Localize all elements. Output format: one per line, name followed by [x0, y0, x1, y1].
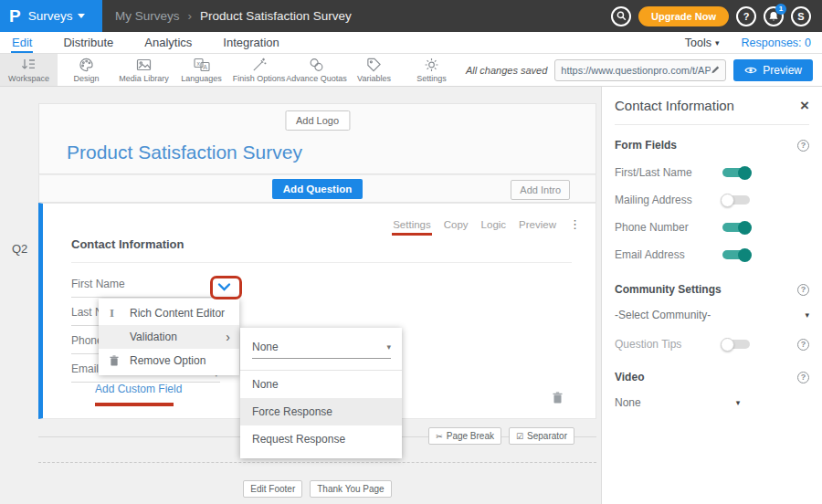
- help-icon[interactable]: ?: [797, 372, 809, 383]
- question-settings-link[interactable]: Settings: [393, 219, 431, 230]
- footer-dashed-divider: [38, 462, 596, 463]
- add-question-button[interactable]: Add Question: [272, 179, 363, 199]
- search-button[interactable]: [611, 6, 631, 26]
- question-logic-link[interactable]: Logic: [481, 219, 507, 230]
- toolbar-design[interactable]: Design: [58, 54, 115, 86]
- validation-option-force-response[interactable]: Force Response: [240, 398, 402, 425]
- survey-url-input[interactable]: [561, 65, 711, 76]
- avatar-initial: S: [797, 11, 804, 22]
- annotation-add-custom-field-underline: [95, 403, 174, 406]
- breadcrumb-my-surveys[interactable]: My Surveys: [115, 9, 180, 23]
- question-actions: Settings Copy Logic Preview ⋮: [393, 217, 581, 231]
- separator-button[interactable]: ☑ Separator: [509, 427, 574, 445]
- toggle-email-address[interactable]: [722, 250, 750, 259]
- thank-you-page-button[interactable]: Thank You Page: [310, 480, 391, 498]
- text-tool-icon: I: [110, 306, 130, 320]
- tab-distribute[interactable]: Distribute: [62, 33, 114, 53]
- caret-down-icon: ▾: [715, 38, 720, 47]
- community-settings-heading: Community Settings: [615, 283, 722, 296]
- toggle-first-last-name[interactable]: [722, 168, 750, 177]
- toolbar-languages[interactable]: xA Languages: [173, 54, 230, 86]
- survey-tab-bar: Edit Distribute Analytics Integration To…: [0, 32, 822, 54]
- survey-header-section: Add Logo Product Satisfaction Survey: [38, 103, 596, 174]
- help-icon[interactable]: ?: [797, 284, 809, 296]
- validation-option-none[interactable]: None: [240, 371, 402, 398]
- editor-toolbar: Workspace Design Media Library xA Langua…: [0, 54, 822, 87]
- breadcrumb-current-survey: Product Satisfaction Survey: [200, 9, 352, 23]
- community-select[interactable]: -Select Community- ▾: [615, 309, 809, 321]
- help-icon[interactable]: ?: [797, 140, 809, 152]
- question-title-divider: [71, 262, 572, 263]
- toggle-row-mailing-address: Mailing Address: [615, 194, 809, 206]
- avatar[interactable]: S: [791, 6, 811, 26]
- tab-edit[interactable]: Edit: [11, 33, 33, 53]
- question-block: Settings Copy Logic Preview ⋮ Contact In…: [38, 203, 596, 419]
- page-break-button[interactable]: ✂ Page Break: [428, 427, 501, 445]
- toolbar-settings[interactable]: Settings: [403, 54, 460, 86]
- wand-icon: [250, 57, 268, 73]
- notifications-button[interactable]: 1: [764, 6, 784, 26]
- survey-title[interactable]: Product Satisfaction Survey: [67, 142, 302, 163]
- toggle-mailing-address[interactable]: [722, 195, 750, 205]
- toolbar-advance-quotas[interactable]: Advance Quotas: [288, 54, 345, 86]
- form-fields-heading: Form Fields: [615, 139, 677, 152]
- trash-icon: [110, 355, 130, 366]
- question-preview-link[interactable]: Preview: [519, 219, 556, 230]
- help-button[interactable]: ?: [736, 6, 756, 26]
- add-intro-button[interactable]: Add Intro: [511, 180, 570, 200]
- preview-button[interactable]: Preview: [733, 59, 813, 81]
- search-icon: [616, 11, 627, 21]
- toolbar-media-library[interactable]: Media Library: [115, 54, 173, 86]
- toolbar-variables[interactable]: Variables: [345, 54, 403, 86]
- questionpro-logo: P: [9, 7, 21, 25]
- edit-footer-button[interactable]: Edit Footer: [243, 480, 302, 498]
- save-status: All changes saved: [466, 65, 547, 76]
- breadcrumb-separator-icon: ›: [188, 9, 193, 23]
- gear-icon: [423, 57, 440, 73]
- toolbar-finish-options[interactable]: Finish Options: [230, 54, 288, 86]
- toggle-question-tips[interactable]: [722, 340, 750, 349]
- question-copy-link[interactable]: Copy: [444, 219, 469, 230]
- survey-card: Add Logo Product Satisfaction Survey Add…: [38, 103, 596, 419]
- chain-links-icon: [308, 57, 325, 73]
- workspace-icon: [20, 57, 37, 73]
- toggle-row-first-last-name: First/Last Name: [615, 166, 809, 179]
- field-first-name[interactable]: First Name: [71, 278, 220, 298]
- tag-icon: [365, 57, 383, 73]
- svg-text:A: A: [203, 64, 207, 70]
- question-mark-icon: ?: [743, 11, 750, 22]
- separator-icon: ☑: [516, 432, 523, 441]
- responses-count-link[interactable]: Responses: 0: [742, 37, 811, 49]
- caret-down-icon: ▾: [736, 398, 741, 407]
- toggle-phone-number[interactable]: [722, 223, 750, 232]
- question-title[interactable]: Contact Information: [71, 237, 184, 251]
- upgrade-now-button[interactable]: Upgrade Now: [638, 6, 729, 26]
- toolbar-workspace[interactable]: Workspace: [0, 54, 58, 86]
- tab-integration[interactable]: Integration: [222, 33, 279, 53]
- validation-option-request-response[interactable]: Request Response: [240, 425, 402, 453]
- delete-row-button[interactable]: [553, 392, 563, 404]
- close-icon[interactable]: ×: [800, 98, 809, 113]
- top-header: P Surveys My Surveys › Product Satisfact…: [0, 0, 822, 32]
- pencil-icon[interactable]: [711, 65, 720, 75]
- survey-editor-canvas: Q2 Add Logo Product Satisfaction Survey …: [0, 87, 601, 504]
- tools-menu[interactable]: Tools ▾: [685, 37, 720, 49]
- panel-title: Contact Information: [615, 98, 734, 113]
- tab-analytics[interactable]: Analytics: [143, 33, 193, 53]
- palette-icon: [78, 57, 95, 73]
- image-icon: [135, 57, 153, 73]
- video-select[interactable]: None ▾: [615, 396, 809, 409]
- kebab-menu-icon[interactable]: ⋮: [569, 217, 581, 231]
- validation-select[interactable]: None ▾: [252, 341, 391, 359]
- add-question-strip: Add Question Add Intro: [38, 174, 596, 203]
- help-icon[interactable]: ?: [797, 339, 809, 351]
- survey-url-box: [554, 59, 726, 81]
- add-custom-field-link[interactable]: Add Custom Field: [95, 383, 182, 395]
- menu-item-validation[interactable]: Validation ›: [99, 325, 239, 349]
- add-logo-button[interactable]: Add Logo: [285, 110, 350, 131]
- menu-item-rich-content-editor[interactable]: I Rich Content Editor: [99, 301, 239, 325]
- question-tips-row: Question Tips ?: [615, 338, 809, 351]
- page-break-icon: ✂: [436, 432, 443, 441]
- surveys-app-menu[interactable]: P Surveys: [0, 0, 102, 32]
- menu-item-remove-option[interactable]: Remove Option: [99, 349, 239, 373]
